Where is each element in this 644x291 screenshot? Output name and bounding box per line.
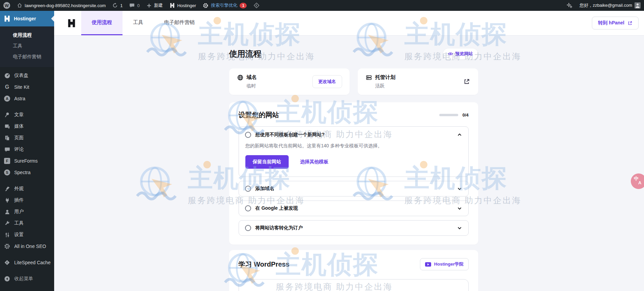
preview-button-label: 预览网站 xyxy=(456,51,473,57)
updates-count: 1 xyxy=(120,3,123,8)
main-area: 使用流程 工具 电子邮件营销 转到 hPanel 使用流程 预览网站 xyxy=(54,11,644,291)
hostinger-logo-icon xyxy=(170,3,175,8)
sidebar-item-dashboard[interactable]: 仪表盘 xyxy=(0,70,54,81)
sidebar-item-astra[interactable]: A Astra xyxy=(0,93,54,104)
accordion-header[interactable]: 在 Google 上被发现 xyxy=(245,205,462,211)
plug-icon xyxy=(4,198,10,203)
change-domain-button[interactable]: 更改域名 xyxy=(312,75,342,88)
radio-circle-icon[interactable] xyxy=(245,186,251,192)
new-content-menu[interactable]: 新建 xyxy=(143,0,166,11)
chevron-up-icon[interactable] xyxy=(457,132,462,138)
sidebar-item-label: 仪表盘 xyxy=(14,72,28,79)
sidebar-item-posts[interactable]: 文章 xyxy=(0,109,54,121)
learn-wordpress-section: 学习 WordPress Hostinger学院 xyxy=(229,250,478,291)
sidebar-item-settings[interactable]: 设置 xyxy=(0,229,54,241)
updates-link[interactable]: 1 xyxy=(109,0,126,11)
user-account-menu[interactable]: 您好，zzbaike@gmail.com xyxy=(576,0,644,11)
sidebar-item-label: SureForms xyxy=(14,158,38,164)
sidebar-item-label: 收起菜单 xyxy=(14,276,33,282)
submenu-item-email-marketing[interactable]: 电子邮件营销 xyxy=(0,51,54,62)
sidebar-item-media[interactable]: 媒体 xyxy=(0,121,54,132)
avatar xyxy=(635,2,641,8)
admin-menu: 仪表盘 G Site Kit A Astra 文章 媒体 页面 xyxy=(0,70,54,285)
sidebar-item-comments[interactable]: 评论 xyxy=(0,144,54,155)
assistant-menu[interactable] xyxy=(563,0,576,11)
eye-icon xyxy=(448,51,453,57)
radio-circle-icon[interactable] xyxy=(245,225,251,231)
sidebar-item-label: 工具 xyxy=(14,220,24,226)
tab-email-marketing[interactable]: 电子邮件营销 xyxy=(154,11,205,35)
translate-icon: 中 xyxy=(634,176,639,182)
accordion-description: 您的新网站将取代当前网站。这里有140 多种专业模板可供选择。 xyxy=(245,143,462,149)
setup-site-section: 设置您的网站 0/4 想使用不同模板创建一个新网站? xyxy=(229,102,478,245)
sidebar-item-tools[interactable]: 工具 xyxy=(0,217,54,229)
site-name-link[interactable]: lawngreen-dog-895802.hostingersite.com xyxy=(14,0,109,11)
accordion-title: 将网站访客转化为订户 xyxy=(256,225,452,231)
radio-circle-icon[interactable] xyxy=(245,205,251,211)
chevron-down-icon[interactable] xyxy=(457,225,462,231)
progress-label: 0/4 xyxy=(462,112,468,118)
setup-section-title: 设置您的网站 xyxy=(239,110,279,120)
tab-tools[interactable]: 工具 xyxy=(123,11,154,35)
hostinger-submenu: 使用流程 工具 电子邮件营销 xyxy=(0,26,54,67)
sidebar-item-pages[interactable]: 页面 xyxy=(0,132,54,144)
plus-icon xyxy=(147,3,152,8)
preview-site-button[interactable]: 预览网站 xyxy=(443,48,478,60)
astra-icon: A xyxy=(4,96,10,102)
admin-sidebar: Hostinger 使用流程 工具 电子邮件营销 仪表盘 G Site Kit … xyxy=(0,11,54,291)
menu-separator xyxy=(0,104,54,109)
radio-circle-icon[interactable] xyxy=(245,132,251,138)
sidebar-item-sureforms[interactable]: F SureForms xyxy=(0,155,54,167)
sidebar-item-collapse-menu[interactable]: 收起菜单 xyxy=(0,273,54,285)
choose-other-template-link[interactable]: 选择其他模板 xyxy=(300,159,329,165)
setup-progress: 0/4 xyxy=(439,112,468,118)
hostinger-academy-button[interactable]: Hostinger学院 xyxy=(420,258,469,270)
sidebar-item-aioseo[interactable]: All in One SEO xyxy=(0,241,54,252)
accordion-item-new-template: 想使用不同模板创建一个新网站? 您的新网站将取代当前网站。这里有140 多种专业… xyxy=(239,126,469,177)
accordion-header[interactable]: 将网站访客转化为订户 xyxy=(245,225,462,231)
wordpress-menu[interactable]: W xyxy=(0,0,14,11)
sidebar-item-appearance[interactable]: 外观 xyxy=(0,183,54,194)
comments-link[interactable]: 0 xyxy=(126,0,143,11)
domain-card-title: 域名 xyxy=(247,74,257,81)
accordion-item-google: 在 Google 上被发现 xyxy=(239,201,469,216)
keep-current-site-button[interactable]: 保留当前网站 xyxy=(245,155,289,169)
sidebar-item-hostinger[interactable]: Hostinger xyxy=(0,11,54,26)
sidebar-item-spectra[interactable]: S Spectra xyxy=(0,167,54,178)
collapse-arrow-icon xyxy=(4,276,10,282)
google-g-icon: G xyxy=(4,84,10,90)
site-name: lawngreen-dog-895802.hostingersite.com xyxy=(25,3,106,8)
submenu-item-tools[interactable]: 工具 xyxy=(0,41,54,51)
youtube-icon xyxy=(425,262,431,267)
submenu-item-onboarding[interactable]: 使用流程 xyxy=(0,30,54,41)
status-cards: 域名 临时 更改域名 托管计划 活跃 xyxy=(229,68,478,95)
accordion-header[interactable]: 想使用不同模板创建一个新网站? xyxy=(245,132,462,138)
user-greeting: 您好，zzbaike@gmail.com xyxy=(579,2,632,8)
menu-separator xyxy=(0,178,54,183)
pushpin-icon xyxy=(4,112,10,118)
video-list-placeholder xyxy=(239,279,469,291)
sidebar-item-site-kit[interactable]: G Site Kit xyxy=(0,81,54,93)
tab-onboarding[interactable]: 使用流程 xyxy=(81,11,123,35)
sidebar-item-label: Site Kit xyxy=(14,84,29,90)
sureforms-icon: F xyxy=(4,158,10,164)
aioseo-gear-icon xyxy=(4,243,10,249)
hostinger-admin-bar-item[interactable]: Hostinger xyxy=(166,0,200,11)
go-to-hpanel-button[interactable]: 转到 hPanel xyxy=(592,17,639,29)
domain-card: 域名 临时 更改域名 xyxy=(229,68,350,95)
sidebar-item-label: LiteSpeed Cache xyxy=(14,260,50,265)
chevron-down-icon[interactable] xyxy=(457,206,462,211)
chevron-down-icon[interactable] xyxy=(457,186,462,191)
progress-bar xyxy=(439,114,458,116)
litespeed-admin-bar-item[interactable] xyxy=(250,0,263,11)
hpanel-button-label: 转到 hPanel xyxy=(598,20,624,26)
external-link-icon[interactable] xyxy=(463,78,470,85)
seo-admin-bar-item[interactable]: 搜索引擎优化 1 xyxy=(199,0,250,11)
dashboard-gauge-icon xyxy=(4,72,10,79)
sidebar-item-users[interactable]: 用户 xyxy=(0,206,54,217)
sidebar-item-litespeed[interactable]: LiteSpeed Cache xyxy=(0,257,54,268)
translate-widget[interactable]: 中 A xyxy=(631,173,644,189)
accordion-header[interactable]: 添加域名 xyxy=(245,186,462,192)
sidebar-item-label: All in One SEO xyxy=(14,244,46,249)
sidebar-item-plugins[interactable]: 插件 xyxy=(0,194,54,206)
